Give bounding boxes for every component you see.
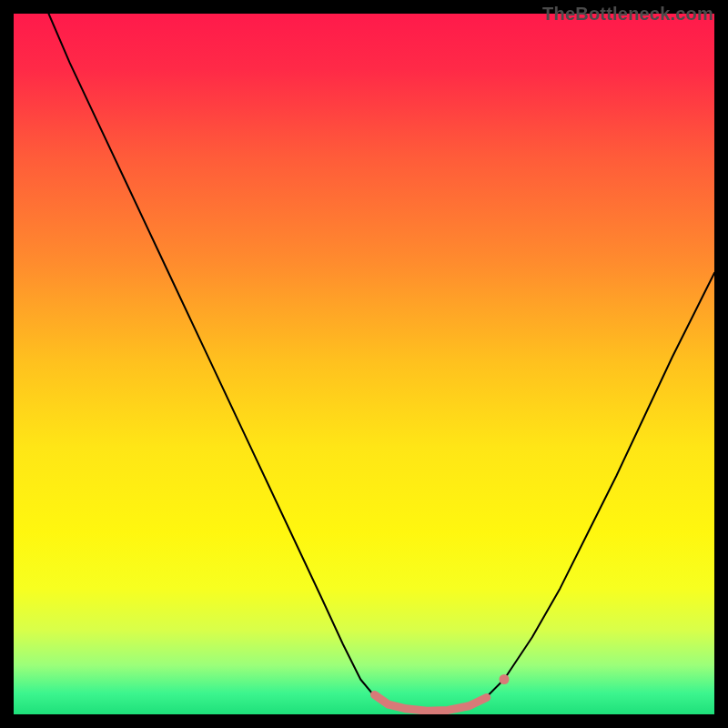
bottleneck-chart	[14, 14, 714, 714]
watermark-text: TheBottleneck.com	[542, 4, 713, 25]
gradient-background	[14, 14, 714, 714]
highlight-dot	[500, 674, 510, 684]
